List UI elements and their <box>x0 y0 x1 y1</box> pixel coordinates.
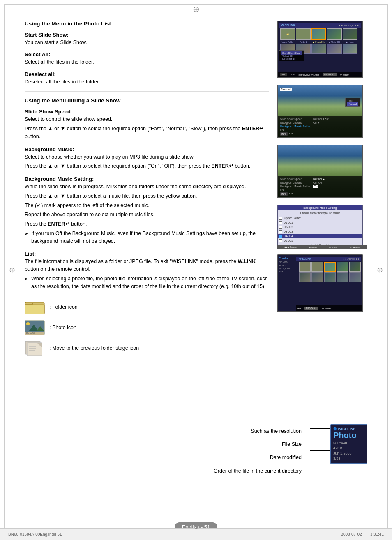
screen1-page: ◄◄ 1/3 Page ►► <box>338 24 359 27</box>
screen3-container: Slide Show Speed Normal ► Background Mus… <box>277 145 367 201</box>
wiselink-logo-1: WISELINK <box>281 24 295 27</box>
bg-item-01: 01-001 <box>278 220 362 225</box>
date-modified-label: Date modified <box>270 455 302 460</box>
wiselink-photo: Photo <box>333 431 364 439</box>
bg-item-04-active: 04-004 <box>278 234 362 238</box>
bg-music-title: Background Music Setting <box>278 205 362 210</box>
bg-music-footer: ■■■ Select ⊕ Move ↵ Enter ↩ Return <box>277 245 363 248</box>
footer-date: 2008-07-02 <box>341 532 362 537</box>
compass-left: ⊕ <box>9 265 15 275</box>
screen2-container: Normal Slide Show Speed Normal Fast Back… <box>277 85 367 141</box>
wiselink-panel: 🔵 WISELINK Photo 580*440 47KB Jun 1,2008… <box>330 424 367 464</box>
screen3-bg-music: Slide Show Speed Normal ► Background Mus… <box>277 145 363 198</box>
compass-top: ⊕ <box>193 4 200 14</box>
right-column: WISELINK ◄◄ 1/3 Page ►► 📁 <box>277 21 367 356</box>
file-size-label: File Size <box>282 441 302 447</box>
wiselink-meta: 580*440 47KB Jun 1,2008 3/23 <box>333 441 364 461</box>
screen1-container: WISELINK ◄◄ 1/3 Page ►► 📁 <box>277 21 367 81</box>
screen4-container: Background Music Setting Choose file for… <box>277 205 367 250</box>
slideshow-overlay-2: Slide Show Speed Normal ► Background Mus… <box>278 176 362 197</box>
speed-popup: Fast Normal <box>345 98 360 107</box>
indent-bg-music-off: If you turn Off the Background Music, ev… <box>25 230 269 245</box>
screen1-photo-list: WISELINK ◄◄ 1/3 Page ►► 📁 <box>277 21 363 78</box>
p9 <box>343 44 357 54</box>
photo-list-info-inner: Photo 240×180476KBJan 2,20083/23 WISELIN… <box>278 255 362 311</box>
bg-item-02: 02-002 <box>278 225 362 229</box>
photo-info-panel-left: Photo 240×180476KBJan 2,20083/23 <box>278 255 296 311</box>
screen4-bg-music-list: Background Music Setting Choose file for… <box>277 205 363 248</box>
bg-item-05: 05-005 <box>278 238 362 243</box>
folder-thumb-1: 📁 <box>280 28 295 40</box>
resolution-caption: Such as the resolution <box>251 428 302 434</box>
screen5-photo-list-info: Photo 240×180476KBJan 2,20083/23 WISELIN… <box>277 254 363 312</box>
compass-right: ⊕ <box>377 265 383 275</box>
slideshow-menu-overlay: Start Slide Show Select All Deselect all <box>279 50 304 61</box>
compass-bottom: ⊕ <box>193 522 199 531</box>
screen2-slideshow-speed: Normal Slide Show Speed Normal Fast Back… <box>277 85 363 138</box>
labels-row1: Upper Folder Folder1 ▶ Photo 001 ▶ Photo… <box>279 41 361 43</box>
normal-badge-1: Normal <box>280 88 292 91</box>
photo-thumb-selected <box>311 28 326 40</box>
bg-music-subtitle: Choose file for background music <box>278 212 362 215</box>
info-labels: Such as the resolution File Size Date mo… <box>214 424 302 474</box>
bg-item-upper: Upper Folder <box>278 216 362 220</box>
photo-list-inner: WISELINK ◄◄ 1/3 Page ►► 📁 <box>278 21 362 77</box>
photo-grid-row1: 📁 <box>279 28 361 40</box>
footer-file-ref: BN68-01684A-00Eng.indd 51 <box>8 532 62 537</box>
photo-thumb-4 <box>343 28 357 40</box>
order-label: Order of the file in the current directo… <box>214 468 302 474</box>
footer-time: 3:31:41 <box>370 532 384 537</box>
photo-thumb-3 <box>327 28 342 40</box>
nav-bar-1: INFO Exit lect ⊕Move ↵Enter INFO Option … <box>278 72 362 77</box>
screen5-container: Photo 240×180476KBJan 2,20083/23 WISELIN… <box>277 254 367 314</box>
bg-item-03: 03-003 <box>278 229 362 234</box>
connector-wiselink: 🔵 WISELINK Photo 580*440 47KB Jun 1,2008… <box>310 424 367 452</box>
p7 <box>311 44 326 54</box>
p8 <box>327 44 342 54</box>
indent-list-info: When selecting a photo file, the photo f… <box>25 275 269 291</box>
info-arrows-section: Such as the resolution File Size Date mo… <box>214 424 367 474</box>
slideshow-overlay-1: Slide Show Speed Normal Fast Background … <box>278 116 362 137</box>
folder-thumb-2 <box>296 28 311 40</box>
